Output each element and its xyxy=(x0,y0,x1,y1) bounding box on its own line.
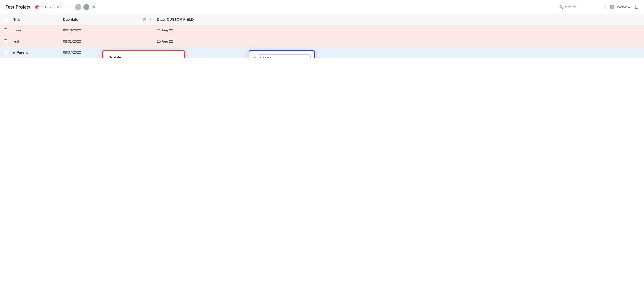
filter-search-input[interactable] xyxy=(258,54,311,58)
search-icon: 🔍 xyxy=(559,5,563,9)
filter-icon[interactable]: ⊟ xyxy=(143,17,146,22)
date-range-bar: 📌 1 Jul 22 - 29 Jul 22 xyxy=(34,4,71,10)
avatar-count: +5 xyxy=(91,5,95,9)
table-row: Fake 06/13/2022 11 Aug 22 xyxy=(0,25,644,36)
info-icon: ℹ️ xyxy=(610,5,614,9)
avatars-group: +5 xyxy=(75,4,95,11)
nodate-label: No date xyxy=(109,55,121,58)
overview-button[interactable]: ℹ️ Overview xyxy=(610,5,630,9)
project-title: Test Project xyxy=(6,5,30,10)
table-row: ▶Parent 09/07/2022 1 Aug 22 xyxy=(0,47,644,58)
header-check-col xyxy=(0,18,11,21)
row-date-2: 08/01/2022 xyxy=(61,39,155,43)
row-check-3[interactable] xyxy=(0,51,11,54)
overview-label: Overview xyxy=(616,5,630,9)
row-custom-1: 11 Aug 22 xyxy=(155,28,232,32)
main-area: Title Due date ⊟ ⋮ Date: CUSTOM FIELD Fa… xyxy=(0,14,644,58)
due-col-icons: ⊟ ⋮ xyxy=(143,17,152,22)
filter-header: ⊟ xyxy=(249,53,314,58)
row-title-1: Fake xyxy=(11,28,61,32)
row-checkbox-2[interactable] xyxy=(4,39,7,43)
custom-col-header: Date: CUSTOM FIELD xyxy=(155,17,232,22)
filter-funnel-icon: ⊟ xyxy=(253,56,256,58)
row-checkbox-1[interactable] xyxy=(4,28,7,32)
avatar-2 xyxy=(83,4,90,11)
row-checkbox-3[interactable] xyxy=(4,51,7,54)
row-title-2: test xyxy=(11,39,61,43)
title-col-header: Title xyxy=(11,17,61,22)
dropdown-item-nodate[interactable]: No date xyxy=(103,53,184,58)
grid-icon[interactable]: ⊞ xyxy=(635,4,638,10)
date-filter-dropdown: No date Overdue ✓ Lifetime Select all To… xyxy=(102,50,185,58)
avatar-1 xyxy=(75,4,82,11)
date-range-text: 1 Jul 22 - 29 Jul 22 xyxy=(41,5,71,9)
due-col-header: Due date ⊟ ⋮ xyxy=(61,17,155,22)
search-box[interactable]: 🔍 Search xyxy=(556,4,606,10)
table-row: test 08/01/2022 15 Aug 22 xyxy=(0,36,644,47)
select-all-checkbox[interactable] xyxy=(4,18,7,21)
row-custom-2: 15 Aug 22 xyxy=(155,39,232,43)
row-check-2[interactable] xyxy=(0,39,11,43)
row-check-1[interactable] xyxy=(0,28,11,32)
row-date-1: 06/13/2022 xyxy=(61,28,155,32)
expand-chevron[interactable]: ▶ xyxy=(13,51,15,54)
header-left: Test Project 📌 1 Jul 22 - 29 Jul 22 +5 xyxy=(6,4,95,11)
due-col-label: Due date xyxy=(63,17,78,22)
more-icon[interactable]: ⋮ xyxy=(149,17,152,22)
custom-field-filter: ⊟ (Select all) 14 Aug 22 10 Aug 22 31 Ju… xyxy=(249,50,315,58)
table-header: Title Due date ⊟ ⋮ Date: CUSTOM FIELD xyxy=(0,14,644,25)
search-label: Search xyxy=(565,5,576,9)
row-title-3: ▶Parent xyxy=(11,50,61,54)
pin-icon: 📌 xyxy=(34,4,39,10)
header-right: 🔍 Search ℹ️ Overview ⊞ xyxy=(556,4,638,10)
header: Test Project 📌 1 Jul 22 - 29 Jul 22 +5 🔍… xyxy=(0,0,644,14)
